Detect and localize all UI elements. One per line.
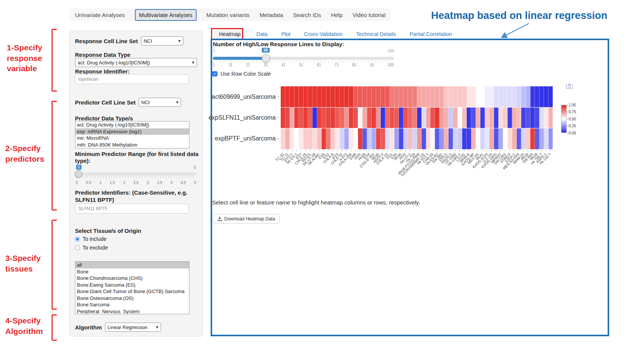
heatmap-cell[interactable] xyxy=(363,108,367,128)
heatmap-cell[interactable] xyxy=(462,128,467,149)
heatmap-cell[interactable] xyxy=(399,86,403,107)
heatmap-cell[interactable] xyxy=(281,108,285,128)
heatmap-cell[interactable] xyxy=(535,128,539,149)
heatmap-cell[interactable] xyxy=(453,128,458,149)
heatmap-cell[interactable] xyxy=(372,86,376,107)
heatmap-cell[interactable] xyxy=(326,128,331,149)
heatmap-cell[interactable] xyxy=(458,108,462,128)
heatmap-cell[interactable] xyxy=(439,108,444,128)
heatmap-cell[interactable] xyxy=(390,108,394,128)
heatmap-cell[interactable] xyxy=(381,108,385,128)
algorithm-select[interactable]: Linear Regression ▾ xyxy=(105,323,161,332)
use-row-color-scale-checkbox[interactable]: ✓ Use Row Color Scale xyxy=(212,71,271,77)
nav-metadata[interactable]: Metadata xyxy=(259,12,283,18)
heatmap-cell[interactable] xyxy=(358,108,363,128)
heatmap-cell[interactable] xyxy=(313,128,317,149)
heatmap-cell[interactable] xyxy=(358,86,363,107)
heatmap-cell[interactable] xyxy=(344,86,349,107)
heatmap-cell[interactable] xyxy=(376,108,381,128)
predictor-data-type-option[interactable]: act: Drug Activity (-log10[IC50M]) xyxy=(75,122,189,128)
camera-snapshot-icon[interactable] xyxy=(566,83,573,89)
heatmap-cell[interactable] xyxy=(467,128,471,149)
tissue-option[interactable]: Bone:Osteosarcoma (OS) xyxy=(75,295,189,302)
heatmap-cell[interactable] xyxy=(480,128,485,149)
heatmap-cell[interactable] xyxy=(313,86,317,107)
heatmap-cell[interactable] xyxy=(281,128,285,149)
tab-data[interactable]: Data xyxy=(254,30,270,39)
heatmap-cell[interactable] xyxy=(521,128,526,149)
heatmap-cell[interactable] xyxy=(331,108,335,128)
heatmap-cell[interactable] xyxy=(449,128,453,149)
heatmap-cell[interactable] xyxy=(476,86,480,107)
heatmap-cell[interactable] xyxy=(385,86,390,107)
heatmap-cell[interactable] xyxy=(394,128,399,149)
heatmap-cell[interactable] xyxy=(439,86,444,107)
heatmap-cell[interactable] xyxy=(408,86,413,107)
heatmap-cell[interactable] xyxy=(544,108,549,128)
heatmap-cell[interactable] xyxy=(349,108,353,128)
heatmap-cell[interactable] xyxy=(408,108,413,128)
heatmap-cell[interactable] xyxy=(290,108,294,128)
heatmap-cell[interactable] xyxy=(499,128,503,149)
heatmap-cell[interactable] xyxy=(285,128,290,149)
heatmap-cell[interactable] xyxy=(290,86,294,107)
heatmap-cell[interactable] xyxy=(399,108,403,128)
heatmap-cell[interactable] xyxy=(449,86,453,107)
heatmap-cell[interactable] xyxy=(480,86,485,107)
heatmap-cell[interactable] xyxy=(294,128,299,149)
heatmap-cell[interactable] xyxy=(299,108,303,128)
heatmap-cell[interactable] xyxy=(435,86,439,107)
heatmap-cell[interactable] xyxy=(413,108,417,128)
nav-video-tutorial[interactable]: Video tutorial xyxy=(352,12,385,18)
response-data-type-select[interactable]: act: Drug Activity (-log10[IC50M]) ▾ xyxy=(75,58,197,67)
heatmap-cell[interactable] xyxy=(517,128,521,149)
heatmap-cell[interactable] xyxy=(358,128,363,149)
heatmap-cell[interactable] xyxy=(430,128,435,149)
heatmap-cell[interactable] xyxy=(344,128,349,149)
heatmap-cell[interactable] xyxy=(376,128,381,149)
predictor-data-type-option[interactable]: mir: MicroRNA xyxy=(75,135,189,142)
heatmap-cell[interactable] xyxy=(290,128,294,149)
nav-help[interactable]: Help xyxy=(331,12,343,18)
heatmap-cell[interactable] xyxy=(403,86,408,107)
heatmap-cell[interactable] xyxy=(530,128,535,149)
heatmap-cell[interactable] xyxy=(335,128,340,149)
heatmap-cell[interactable] xyxy=(403,108,408,128)
tab-partial-correlation[interactable]: Partial Correlation xyxy=(407,30,454,39)
heatmap-cell[interactable] xyxy=(390,86,394,107)
heatmap-cell[interactable] xyxy=(489,108,494,128)
heatmap-cell[interactable] xyxy=(503,86,508,107)
heatmap-cell[interactable] xyxy=(340,86,344,107)
tissue-option-selected[interactable]: all xyxy=(75,262,189,268)
heatmap-cell[interactable] xyxy=(426,108,431,128)
heatmap-cell[interactable] xyxy=(385,128,390,149)
heatmap-cell[interactable] xyxy=(526,128,530,149)
heatmap-cell[interactable] xyxy=(308,128,313,149)
heatmap-cell[interactable] xyxy=(422,128,426,149)
heatmap-cell[interactable] xyxy=(331,86,335,107)
heatmap-cell[interactable] xyxy=(544,128,549,149)
heatmap-cell[interactable] xyxy=(471,128,476,149)
predictor-data-type-option-selected[interactable]: exp: mRNA Expression (log2) xyxy=(75,128,189,135)
heatmap-cell[interactable] xyxy=(489,86,494,107)
heatmap-cell[interactable] xyxy=(340,128,344,149)
heatmap-row-label[interactable]: act609699_uniSarcoma xyxy=(205,86,279,107)
heatmap-cell[interactable] xyxy=(390,128,394,149)
heatmap-cell[interactable] xyxy=(422,108,426,128)
predictor-identifiers-input[interactable] xyxy=(78,206,185,211)
response-cell-line-set-select[interactable]: NCI ▾ xyxy=(141,36,183,45)
heatmap-cell[interactable] xyxy=(539,128,544,149)
heatmap-cell[interactable] xyxy=(444,108,449,128)
heatmap-cell[interactable] xyxy=(417,108,422,128)
heatmap-cell[interactable] xyxy=(508,108,512,128)
heatmap-cell[interactable] xyxy=(322,108,326,128)
heatmap-cell[interactable] xyxy=(381,128,385,149)
heatmap-cell[interactable] xyxy=(322,86,326,107)
heatmap-cell[interactable] xyxy=(549,108,553,128)
tissue-option[interactable]: Bone:Giant Cell Tumor of Bone (GCTB) Sar… xyxy=(75,288,189,295)
heatmap-row-label[interactable]: expSLFN11_uniSarcoma xyxy=(205,107,279,128)
heatmap-cell[interactable] xyxy=(299,86,303,107)
heatmap-cell[interactable] xyxy=(363,128,367,149)
heatmap-cell[interactable] xyxy=(549,128,553,149)
heatmap-cell[interactable] xyxy=(494,108,499,128)
